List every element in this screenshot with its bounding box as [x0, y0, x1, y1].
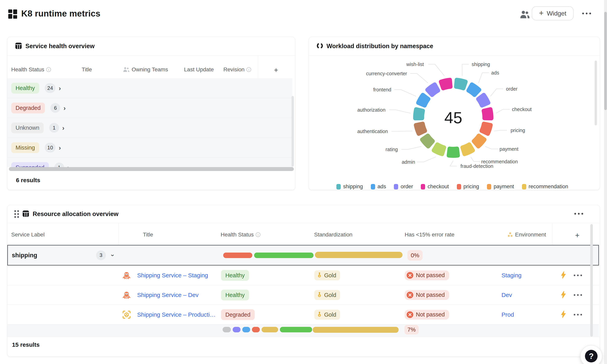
- label-connector-line: [417, 157, 436, 162]
- table-row[interactable]: Healthy24: [7, 78, 292, 98]
- table-row[interactable]: Missing10: [7, 138, 292, 158]
- legend-swatch: [336, 184, 341, 189]
- donut-segment-order[interactable]: [478, 95, 488, 105]
- legend-item-pricing[interactable]: pricing: [457, 183, 479, 190]
- add-widget-button[interactable]: + Widget: [532, 6, 574, 20]
- resource-subrows: Shipping Service – StagingHealthyGoldNot…: [7, 266, 599, 325]
- not-passed-label: Not passed: [416, 292, 445, 298]
- not-passed-label: Not passed: [416, 272, 445, 278]
- donut-segment-checkout[interactable]: [483, 109, 491, 118]
- partial-error-rate-badge: 7%: [404, 325, 419, 335]
- lightning-icon[interactable]: [561, 311, 566, 319]
- group-label: shipping: [12, 252, 37, 259]
- donut-segment-authorization[interactable]: [415, 109, 423, 118]
- legend-item-shipping[interactable]: shipping: [336, 183, 363, 190]
- legend-item-ads[interactable]: ads: [371, 183, 386, 190]
- legend-swatch: [487, 184, 491, 189]
- bar-segment: [233, 327, 241, 332]
- horizontal-scrollbar[interactable]: [9, 167, 294, 171]
- table-row[interactable]: Degraded6: [7, 98, 292, 118]
- page-scrollbar-thumb[interactable]: [604, 12, 607, 110]
- legend-swatch: [371, 184, 375, 189]
- chevron-right-icon[interactable]: [62, 124, 64, 132]
- donut-segment-wish-list[interactable]: [441, 80, 451, 89]
- service-row[interactable]: Shipping Service – DevHealthyGoldNot pas…: [7, 285, 599, 305]
- label-connector-line: [462, 64, 469, 76]
- service-health-table-body: Healthy24Degraded6Unknown1Missing10Suspe…: [7, 78, 292, 167]
- table-row[interactable]: Suspended1: [7, 158, 292, 167]
- chevron-right-icon[interactable]: [63, 104, 66, 112]
- col-environment: Environment: [507, 232, 546, 238]
- page-overflow-menu[interactable]: [582, 13, 591, 14]
- standardization-bar: [313, 327, 399, 333]
- info-icon[interactable]: [247, 67, 251, 72]
- donut-segment-pricing[interactable]: [482, 124, 491, 134]
- page-scrollbar[interactable]: [604, 0, 607, 364]
- people-share-icon[interactable]: [520, 10, 530, 20]
- drag-handle-icon[interactable]: [14, 210, 19, 218]
- environment-link[interactable]: Prod: [501, 311, 514, 318]
- donut-segment-rating[interactable]: [422, 136, 433, 147]
- app-header: K8 runtime metrics + Widget: [0, 0, 607, 29]
- chevron-down-icon[interactable]: [109, 254, 117, 256]
- add-column-button[interactable]: +: [575, 231, 579, 240]
- donut-segment-authentication[interactable]: [416, 124, 425, 134]
- not-passed-badge: Not passed: [405, 310, 449, 320]
- service-row[interactable]: Shipping Service – StagingHealthyGoldNot…: [7, 266, 599, 285]
- service-row[interactable]: Shipping Service – Producti…DegradedGold…: [7, 305, 599, 325]
- status-badge: Healthy: [11, 83, 39, 93]
- label-connector-line: [490, 89, 503, 96]
- donut-segment-frontend[interactable]: [418, 95, 428, 105]
- donut-segment-shipping[interactable]: [456, 80, 466, 89]
- legend-swatch: [522, 184, 526, 189]
- legend-label: checkout: [428, 183, 449, 190]
- row-overflow-menu[interactable]: [574, 274, 582, 276]
- donut-segment-ads[interactable]: [469, 84, 480, 95]
- group-row-shipping[interactable]: shipping 3 0%: [7, 245, 599, 266]
- donut-segment-admin[interactable]: [434, 144, 444, 154]
- donut-segment-fraud-detection[interactable]: [449, 149, 458, 156]
- namespace-label-frontend: frontend: [373, 87, 391, 92]
- info-icon[interactable]: [46, 67, 51, 72]
- col-last-update: Last Update: [184, 66, 214, 73]
- donut-icon: [317, 43, 323, 50]
- bar-segment: [242, 327, 250, 332]
- lightning-icon[interactable]: [561, 291, 566, 299]
- legend-item-order[interactable]: order: [394, 183, 413, 190]
- donut-total: 45: [444, 108, 462, 127]
- service-title-link[interactable]: Shipping Service – Dev: [137, 292, 199, 298]
- partial-group-row[interactable]: 7%: [7, 325, 599, 337]
- vertical-scrollbar[interactable]: [590, 224, 593, 337]
- widget-button-label: Widget: [547, 10, 566, 17]
- donut-segment-payment[interactable]: [474, 136, 484, 147]
- service-title-link[interactable]: Shipping Service – Staging: [137, 272, 208, 279]
- info-icon[interactable]: [256, 232, 260, 237]
- chevron-right-icon[interactable]: [59, 84, 61, 92]
- teams-icon: [123, 67, 130, 72]
- chevron-right-icon[interactable]: [59, 144, 61, 152]
- vertical-scrollbar[interactable]: [291, 96, 294, 167]
- gold-tier-badge: Gold: [314, 270, 340, 280]
- service-health-card: Service health overview Health Status Ti…: [7, 37, 295, 190]
- status-badge: Degraded: [221, 309, 255, 320]
- vertical-scrollbar[interactable]: [595, 61, 597, 125]
- row-overflow-menu[interactable]: [574, 294, 582, 296]
- tier-label: Gold: [324, 311, 336, 318]
- donut-segment-recommendation[interactable]: [462, 144, 473, 154]
- donut-chart: 45 shippingadsordercheckoutpricingpaymen…: [309, 56, 600, 183]
- resource-overflow-menu[interactable]: [574, 213, 583, 215]
- legend-item-checkout[interactable]: checkout: [421, 183, 449, 190]
- legend-item-payment[interactable]: payment: [487, 183, 514, 190]
- resource-results-count: 15 results: [12, 341, 40, 348]
- environment-link[interactable]: Staging: [501, 272, 522, 279]
- donut-segment-currency-converter[interactable]: [427, 84, 438, 95]
- service-title-link[interactable]: Shipping Service – Producti…: [137, 311, 216, 318]
- legend-swatch: [394, 184, 398, 189]
- legend-item-recommendation[interactable]: recommendation: [522, 183, 568, 190]
- lightning-icon[interactable]: [561, 271, 566, 279]
- chevron-right-icon[interactable]: [67, 164, 69, 168]
- add-column-button[interactable]: +: [274, 66, 278, 74]
- table-row[interactable]: Unknown1: [7, 118, 292, 138]
- environment-link[interactable]: Dev: [501, 292, 512, 298]
- row-overflow-menu[interactable]: [574, 314, 582, 315]
